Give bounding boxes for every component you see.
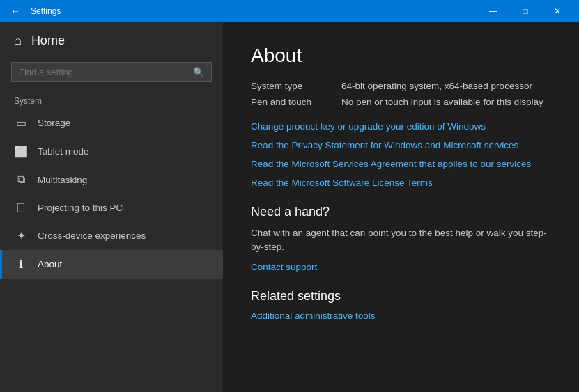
back-button[interactable]: ← — [6, 1, 25, 21]
page-title: About — [251, 45, 551, 67]
pen-touch-value: No pen or touch input is available for t… — [341, 97, 543, 107]
sidebar-item-multitasking[interactable]: ⧉ Multitasking — [0, 166, 223, 194]
projecting-icon: ⎕ — [14, 201, 28, 214]
sidebar-item-projecting-label: Projecting to this PC — [38, 203, 123, 213]
title-bar: ← Settings — □ ✕ — [0, 0, 579, 22]
maximize-button[interactable]: □ — [509, 0, 541, 22]
sidebar-item-projecting[interactable]: ⎕ Projecting to this PC — [0, 194, 223, 221]
link-software-license[interactable]: Read the Microsoft Software License Term… — [251, 178, 551, 188]
info-row-pen-touch: Pen and touch No pen or touch input is a… — [251, 97, 551, 107]
contact-support-link[interactable]: Contact support — [251, 262, 551, 272]
info-row-system-type: System type 64-bit operating system, x64… — [251, 81, 551, 91]
link-change-product-key[interactable]: Change product key or upgrade your editi… — [251, 121, 551, 132]
sidebar-item-about-label: About — [38, 259, 62, 269]
sidebar-item-cross-device[interactable]: ✦ Cross-device experiences — [0, 221, 223, 250]
related-settings-heading: Related settings — [251, 289, 551, 304]
sidebar-item-tablet-mode[interactable]: ⬜ Tablet mode — [0, 137, 223, 166]
sidebar-item-multitasking-label: Multitasking — [38, 175, 87, 185]
sidebar-item-cross-device-label: Cross-device experiences — [38, 230, 146, 241]
related-settings-section: Related settings Additional administrati… — [251, 289, 551, 321]
back-icon: ← — [10, 6, 20, 17]
sidebar-item-storage-label: Storage — [38, 118, 70, 128]
link-services-agreement[interactable]: Read the Microsoft Services Agreement th… — [251, 159, 551, 169]
window-controls: — □ ✕ — [477, 0, 573, 22]
about-icon: ℹ — [14, 258, 28, 271]
content-area: About System type 64-bit operating syste… — [223, 22, 579, 392]
system-type-value: 64-bit operating system, x64-based proce… — [341, 81, 532, 91]
sidebar-home[interactable]: ⌂ Home — [0, 22, 223, 59]
search-box[interactable]: 🔍 — [11, 62, 212, 82]
multitasking-icon: ⧉ — [14, 173, 28, 186]
sidebar-item-storage[interactable]: ▭ Storage — [0, 109, 223, 137]
storage-icon: ▭ — [14, 116, 28, 130]
close-button[interactable]: ✕ — [541, 0, 573, 22]
app-layout: ⌂ Home 🔍 System ▭ Storage ⬜ Tablet mode … — [0, 22, 579, 392]
need-hand-heading: Need a hand? — [251, 205, 551, 219]
search-input[interactable] — [19, 67, 193, 77]
need-hand-description: Chat with an agent that can point you to… — [251, 226, 551, 255]
system-type-label: System type — [251, 81, 341, 91]
search-icon: 🔍 — [193, 67, 204, 77]
link-privacy-statement[interactable]: Read the Privacy Statement for Windows a… — [251, 140, 551, 150]
home-icon: ⌂ — [14, 33, 22, 48]
sidebar-section-label: System — [0, 91, 223, 109]
link-administrative-tools[interactable]: Additional administrative tools — [251, 311, 551, 321]
window-title: Settings — [31, 6, 477, 16]
tablet-mode-icon: ⬜ — [14, 145, 28, 158]
home-label: Home — [31, 33, 65, 48]
cross-device-icon: ✦ — [14, 229, 28, 242]
sidebar-item-tablet-mode-label: Tablet mode — [38, 146, 89, 157]
pen-touch-label: Pen and touch — [251, 97, 341, 107]
sidebar-item-about[interactable]: ℹ About — [0, 250, 223, 279]
info-table: System type 64-bit operating system, x64… — [251, 81, 551, 107]
minimize-button[interactable]: — — [477, 0, 509, 22]
sidebar: ⌂ Home 🔍 System ▭ Storage ⬜ Tablet mode … — [0, 22, 223, 392]
